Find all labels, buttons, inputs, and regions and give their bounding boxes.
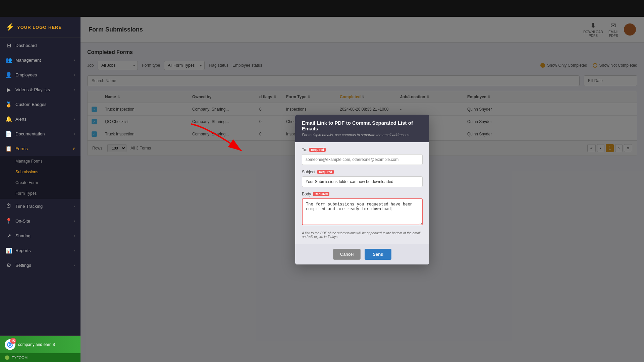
sharing-icon: ↗ bbox=[5, 232, 12, 239]
sidebar-item-label: Settings bbox=[15, 263, 70, 268]
subject-input[interactable] bbox=[302, 176, 423, 187]
submenu-manage-forms[interactable]: Manage Forms bbox=[0, 156, 80, 167]
promo-sub-item[interactable]: 🟢 TYFOOM bbox=[0, 353, 80, 362]
chevron-right-icon: › bbox=[74, 117, 75, 121]
logo-icon: ⚡ bbox=[5, 23, 14, 32]
sidebar: ⚡ YOUR LOGO HERE ⊞ Dashboard 👥 Managemen… bbox=[0, 17, 80, 362]
modal-overlay[interactable]: Email Link to PDF to Comma Separated Lis… bbox=[80, 17, 644, 362]
modal-title: Email Link to PDF to Comma Separated Lis… bbox=[302, 120, 423, 131]
to-field-group: To: Required bbox=[302, 147, 423, 165]
sidebar-item-custom-badges[interactable]: 🏅 Custom Badges bbox=[0, 97, 80, 112]
sidebar-logo[interactable]: ⚡ YOUR LOGO HERE bbox=[0, 17, 80, 38]
submenu-form-types[interactable]: Form Types bbox=[0, 188, 80, 199]
alerts-icon: 🔔 bbox=[5, 116, 12, 122]
management-icon: 👥 bbox=[5, 57, 12, 63]
arrow-annotation bbox=[188, 121, 262, 161]
badges-icon: 🏅 bbox=[5, 101, 12, 108]
submenu-submissions[interactable]: Submissions bbox=[0, 167, 80, 177]
submenu-create-form[interactable]: Create Form bbox=[0, 177, 80, 188]
reports-icon: 📊 bbox=[5, 247, 12, 254]
sidebar-item-forms[interactable]: 📋 Forms ∨ bbox=[0, 141, 80, 156]
body-field-group: Body Required The form submissions you r… bbox=[302, 192, 423, 227]
body-note: A link to the PDF of the submissions wil… bbox=[302, 231, 423, 239]
sidebar-item-label: Documentation bbox=[15, 131, 70, 136]
sidebar-item-label: Alerts bbox=[15, 117, 70, 122]
promo-text: company and earn $ bbox=[18, 342, 55, 347]
promo-main-item[interactable]: 🌀 15 company and earn $ bbox=[0, 336, 80, 353]
to-input[interactable] bbox=[302, 154, 423, 165]
sidebar-item-label: Dashboard bbox=[15, 43, 75, 48]
dashboard-icon: ⊞ bbox=[5, 42, 12, 49]
subject-field-group: Subject Required bbox=[302, 170, 423, 187]
chevron-right-icon: › bbox=[74, 263, 75, 267]
sidebar-item-employees[interactable]: 👤 Employees › bbox=[0, 67, 80, 82]
sidebar-item-videos[interactable]: ▶ Videos & Playlists › bbox=[0, 82, 80, 97]
chevron-down-icon: ∨ bbox=[72, 146, 75, 151]
videos-icon: ▶ bbox=[5, 86, 12, 93]
modal-footer: Cancel Send bbox=[295, 244, 429, 264]
sidebar-item-label: Management bbox=[15, 58, 70, 63]
chevron-right-icon: › bbox=[74, 204, 75, 208]
chevron-right-icon: › bbox=[74, 58, 75, 62]
time-tracking-icon: ⏱ bbox=[5, 203, 12, 209]
to-label: To: Required bbox=[302, 147, 423, 152]
sidebar-item-label: Custom Badges bbox=[15, 102, 75, 107]
modal-body: To: Required Subject Required bbox=[295, 142, 429, 244]
sidebar-item-documentation[interactable]: 📄 Documentation › bbox=[0, 126, 80, 141]
required-badge: Required bbox=[309, 148, 326, 152]
body-required-badge: Required bbox=[313, 192, 329, 196]
sidebar-item-time-tracking[interactable]: ⏱ Time Tracking › bbox=[0, 199, 80, 214]
subject-label: Subject Required bbox=[302, 170, 423, 174]
promo-sub-icon: 🟢 bbox=[5, 355, 10, 360]
promo-badge: 15 bbox=[10, 338, 16, 344]
promo-sub-text: TYFOOM bbox=[12, 356, 28, 360]
sidebar-item-label: Sharing bbox=[15, 233, 70, 238]
employees-icon: 👤 bbox=[5, 71, 12, 78]
modal-header: Email Link to PDF to Comma Separated Lis… bbox=[295, 115, 429, 142]
chevron-right-icon: › bbox=[74, 73, 75, 77]
forms-icon: 📋 bbox=[5, 145, 12, 152]
on-site-icon: 📍 bbox=[5, 218, 12, 224]
sidebar-item-label: Time Tracking bbox=[15, 204, 70, 209]
sidebar-item-label: Reports bbox=[15, 248, 70, 253]
subject-required-badge: Required bbox=[317, 170, 334, 174]
logo-text: YOUR LOGO HERE bbox=[17, 25, 62, 30]
sidebar-item-label: Forms bbox=[15, 146, 69, 151]
sidebar-item-label: Videos & Playlists bbox=[15, 87, 70, 92]
chevron-right-icon: › bbox=[74, 87, 75, 92]
main-content: Form Submissions ⬇ DOWNLOADPDFS ✉ EMAILP… bbox=[80, 17, 644, 362]
sidebar-item-label: Employees bbox=[15, 72, 70, 77]
chevron-right-icon: › bbox=[74, 132, 75, 136]
promo-bar: 🌀 15 company and earn $ 🟢 TYFOOM bbox=[0, 336, 80, 362]
sidebar-item-alerts[interactable]: 🔔 Alerts › bbox=[0, 112, 80, 126]
body-label: Body Required bbox=[302, 192, 423, 196]
sidebar-item-on-site[interactable]: 📍 On-Site › bbox=[0, 214, 80, 228]
sidebar-item-reports[interactable]: 📊 Reports › bbox=[0, 243, 80, 258]
email-modal: Email Link to PDF to Comma Separated Lis… bbox=[295, 115, 429, 264]
body-textarea[interactable]: The form submissions you requested have … bbox=[302, 198, 423, 225]
sidebar-item-settings[interactable]: ⚙ Settings › bbox=[0, 258, 80, 273]
send-button[interactable]: Send bbox=[365, 249, 391, 260]
chevron-right-icon: › bbox=[74, 234, 75, 238]
modal-subtitle: For multiple emails, use commas to separ… bbox=[302, 133, 423, 137]
settings-icon: ⚙ bbox=[5, 262, 12, 268]
sidebar-item-management[interactable]: 👥 Management › bbox=[0, 53, 80, 67]
sidebar-item-sharing[interactable]: ↗ Sharing › bbox=[0, 228, 80, 243]
cancel-button[interactable]: Cancel bbox=[333, 249, 361, 260]
sidebar-item-label: On-Site bbox=[15, 219, 70, 224]
chevron-right-icon: › bbox=[74, 219, 75, 223]
documentation-icon: 📄 bbox=[5, 130, 12, 137]
sidebar-item-dashboard[interactable]: ⊞ Dashboard bbox=[0, 38, 80, 53]
chevron-right-icon: › bbox=[74, 248, 75, 252]
forms-submenu: Manage Forms Submissions Create Form For… bbox=[0, 156, 80, 199]
